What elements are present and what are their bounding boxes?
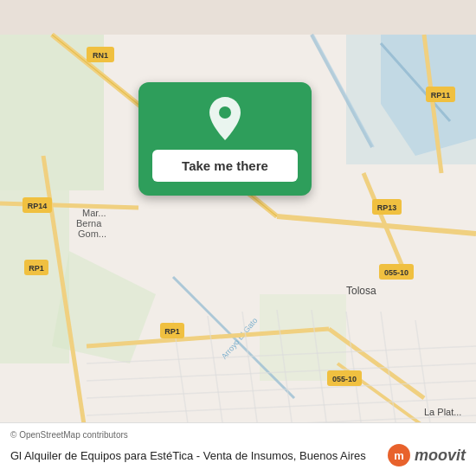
svg-text:RP1: RP1 xyxy=(164,327,180,336)
svg-text:RP13: RP13 xyxy=(377,203,397,212)
svg-text:Gom...: Gom... xyxy=(78,228,106,239)
svg-text:Tolosa: Tolosa xyxy=(346,285,376,297)
svg-text:La Plat...: La Plat... xyxy=(424,407,461,417)
svg-text:m: m xyxy=(394,449,404,462)
bottom-bar: © OpenStreetMap contributors Gl Alquiler… xyxy=(0,422,476,476)
svg-text:Mar...: Mar... xyxy=(82,208,106,218)
svg-rect-4 xyxy=(260,294,346,381)
svg-text:055-10: 055-10 xyxy=(384,268,408,277)
map-background: Arroyo El Gato xyxy=(0,0,476,476)
svg-text:RP14: RP14 xyxy=(28,202,48,210)
action-card: Take me there xyxy=(138,82,312,196)
svg-point-58 xyxy=(219,106,231,119)
svg-text:RP1: RP1 xyxy=(29,264,44,273)
location-pin-icon xyxy=(204,98,246,139)
moovit-logo: m moovit xyxy=(387,443,466,467)
svg-text:RP11: RP11 xyxy=(431,91,451,100)
map-attribution: © OpenStreetMap contributors xyxy=(10,430,466,440)
svg-text:RN1: RN1 xyxy=(93,51,108,60)
map-container: Arroyo El Gato xyxy=(0,0,476,476)
svg-text:Berna: Berna xyxy=(76,218,102,228)
business-info: Gl Alquiler de Equipos para EstéTica - V… xyxy=(10,443,466,467)
svg-text:055-10: 055-10 xyxy=(332,375,357,383)
moovit-icon: m xyxy=(387,443,411,467)
business-name: Gl Alquiler de Equipos para EstéTica - V… xyxy=(10,449,380,462)
take-me-there-button[interactable]: Take me there xyxy=(152,150,298,182)
moovit-text: moovit xyxy=(415,447,466,465)
